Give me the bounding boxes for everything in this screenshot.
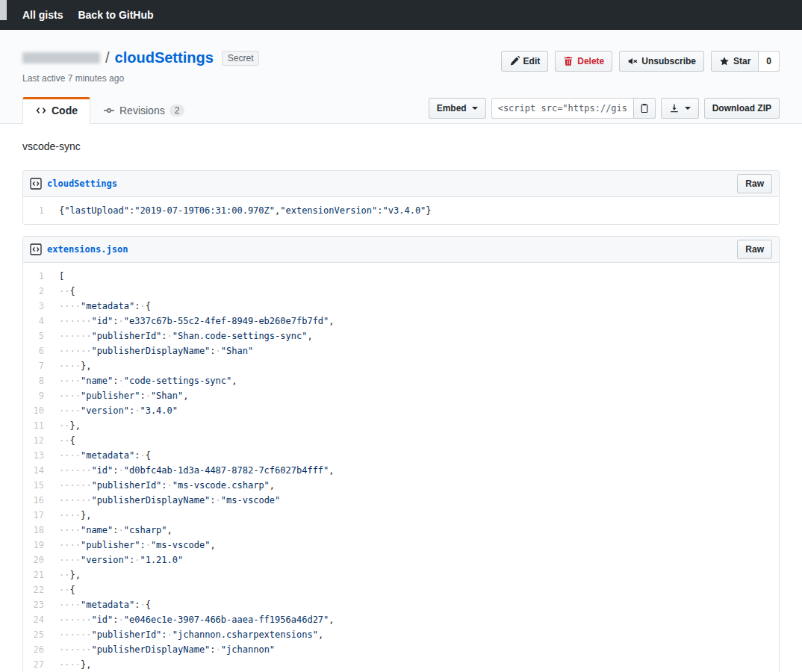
delete-button[interactable]: Delete (555, 51, 612, 72)
line-number[interactable]: 25 (23, 627, 52, 642)
line-number[interactable]: 27 (23, 657, 52, 672)
star-button[interactable]: Star (711, 51, 759, 72)
code-line: 5······"publisherId":·"Shan.code-setting… (23, 329, 779, 343)
tab-revisions[interactable]: Revisions 2 (90, 97, 197, 124)
code-line-text: ····}, (52, 358, 779, 373)
code-line-text: [ (52, 269, 779, 284)
embed-src-input[interactable] (491, 98, 633, 119)
code-line: 17····}, (23, 508, 779, 523)
code-line: 22··{ (23, 582, 779, 597)
code-line: 14······"id":·"d0bfc4ab-1d3a-4487-8782-7… (23, 463, 779, 478)
line-number[interactable]: 2 (23, 284, 52, 299)
file-name-link[interactable]: extensions.json (30, 243, 128, 255)
embed-label: Embed (437, 103, 467, 113)
line-number[interactable]: 13 (23, 448, 52, 463)
code-line: 13····"metadata":·{ (23, 448, 779, 463)
all-gists-link[interactable]: All gists (22, 9, 63, 21)
line-number[interactable]: 1 (23, 203, 52, 218)
line-number[interactable]: 9 (23, 388, 52, 403)
code-line-text: ····"version":·"1.21.0" (52, 553, 779, 567)
line-number[interactable]: 5 (23, 329, 52, 343)
code-icon (35, 105, 47, 116)
title-separator: / (105, 49, 110, 66)
line-number[interactable]: 7 (23, 358, 52, 373)
line-number[interactable]: 1 (23, 269, 52, 284)
code-line: 24······"id":·"e046ec1e-3907-466b-aaea-f… (23, 612, 779, 627)
code-line-text: ··}, (52, 567, 779, 582)
line-number[interactable]: 12 (23, 433, 52, 448)
code-line: 7····}, (23, 358, 779, 373)
unsubscribe-button[interactable]: Unsubscribe (619, 51, 704, 72)
trash-icon (563, 56, 573, 66)
gist-header: / cloudSettings Secret Last active 7 min… (0, 30, 802, 124)
line-number[interactable]: 14 (23, 463, 52, 478)
line-number[interactable]: 23 (23, 597, 52, 612)
copy-to-clipboard-button[interactable] (633, 98, 656, 119)
line-number[interactable]: 8 (23, 373, 52, 388)
line-number[interactable]: 15 (23, 478, 52, 493)
gist-name-link[interactable]: cloudSettings (115, 49, 214, 66)
code-line-text: ····"metadata":·{ (52, 597, 779, 612)
file-name-label: cloudSettings (47, 178, 117, 189)
code-line-text: ····}, (52, 657, 779, 672)
line-number[interactable]: 10 (23, 403, 52, 418)
code-line: 21··}, (23, 567, 779, 582)
code-line: 16······"publisherDisplayName":·"ms-vsco… (23, 493, 779, 508)
line-number[interactable]: 3 (23, 299, 52, 314)
tab-code[interactable]: Code (22, 97, 90, 124)
commit-icon (103, 105, 115, 116)
owner-name-redacted-link[interactable] (22, 52, 100, 63)
download-dropdown-button[interactable] (661, 98, 699, 119)
code-line: 12··{ (23, 433, 779, 448)
line-number[interactable]: 26 (23, 642, 52, 657)
download-zip-button[interactable]: Download ZIP (704, 98, 780, 119)
code-line-text: ······"publisherDisplayName":·"Shan" (52, 343, 779, 358)
tab-controls: Embed Download ZIP (429, 98, 780, 123)
line-number[interactable]: 21 (23, 567, 52, 582)
code-line: 8····"name":·"code-settings-sync", (23, 373, 779, 388)
code-line: 23····"metadata":·{ (23, 597, 779, 612)
code-line: 10····"version":·"3.4.0" (23, 403, 779, 418)
code-line-text: ····"name":·"csharp", (52, 523, 779, 538)
clipboard-icon (639, 103, 650, 113)
line-number[interactable]: 24 (23, 612, 52, 627)
code-line: 27····}, (23, 657, 779, 672)
code-line: 1[ (23, 269, 779, 284)
file-name-link[interactable]: cloudSettings (30, 178, 117, 190)
last-active-text: Last active 7 minutes ago (22, 73, 259, 84)
raw-button[interactable]: Raw (737, 240, 772, 259)
line-number[interactable]: 20 (23, 553, 52, 567)
code-line: 4······"id":·"e337c67b-55c2-4fef-8949-eb… (23, 314, 779, 329)
code-line-text: ······"publisherId":·"Shan.code-settings… (52, 329, 779, 343)
code-line: 11··}, (23, 418, 779, 433)
caret-down-icon (472, 107, 478, 110)
line-number[interactable]: 16 (23, 493, 52, 508)
file-header: cloudSettings Raw (23, 171, 779, 197)
embed-dropdown-button[interactable]: Embed (429, 98, 486, 119)
line-number[interactable]: 22 (23, 582, 52, 597)
line-number[interactable]: 17 (23, 508, 52, 523)
star-count-button[interactable]: 0 (759, 51, 780, 72)
line-number[interactable]: 19 (23, 538, 52, 553)
secret-badge: Secret (222, 51, 260, 66)
gist-content: vscode-sync cloudSettings Raw 1{"lastUpl… (0, 124, 802, 672)
code-line-text: ····"name":·"code-settings-sync", (52, 373, 779, 388)
line-number[interactable]: 11 (23, 418, 52, 433)
line-number[interactable]: 6 (23, 343, 52, 358)
back-to-github-link[interactable]: Back to GitHub (78, 9, 153, 21)
star-icon (719, 56, 730, 66)
line-number[interactable]: 18 (23, 523, 52, 538)
code-line-text: ··{ (52, 284, 779, 299)
code-line-text: ······"publisherId":·"jchannon.csharpext… (52, 627, 779, 642)
edit-label: Edit (523, 56, 541, 66)
code-line-text: ····"publisher":·"Shan", (52, 388, 779, 403)
code-area: 1{"lastUpload":"2019-07-19T06:31:00.970Z… (23, 197, 779, 224)
code-line: 9····"publisher":·"Shan", (23, 388, 779, 403)
code-line-text: ····}, (52, 508, 779, 523)
code-line-text: ··{ (52, 582, 779, 597)
code-line: 19····"publisher":·"ms-vscode", (23, 538, 779, 553)
edit-button[interactable]: Edit (501, 51, 549, 72)
code-line-text: ······"id":·"e046ec1e-3907-466b-aaea-ff1… (52, 612, 779, 627)
raw-button[interactable]: Raw (737, 174, 772, 193)
line-number[interactable]: 4 (23, 314, 52, 329)
